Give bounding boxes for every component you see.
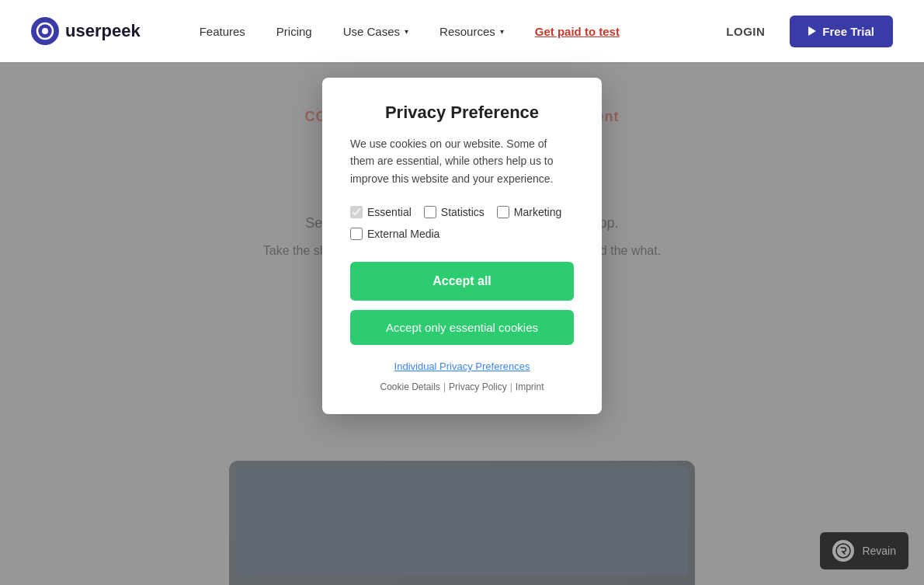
imprint-link[interactable]: Imprint	[516, 381, 544, 392]
individual-prefs-link[interactable]: Individual Privacy Preferences	[350, 360, 574, 372]
checkboxes-row-1: Essential Statistics Marketing	[350, 206, 574, 218]
logo[interactable]: userpeek	[31, 17, 141, 45]
external-media-checkbox[interactable]	[350, 228, 363, 240]
nav-features[interactable]: Features	[187, 19, 258, 44]
navbar: userpeek Features Pricing Use Cases ▾ Re…	[0, 0, 924, 62]
separator-1: |	[443, 381, 446, 392]
nav-right: LOGIN Free Trial	[714, 16, 893, 47]
modal-title: Privacy Preference	[350, 103, 574, 123]
nav-use-cases[interactable]: Use Cases ▾	[331, 19, 421, 44]
privacy-policy-link[interactable]: Privacy Policy	[449, 381, 507, 392]
logo-text: userpeek	[65, 21, 141, 41]
statistics-label: Statistics	[441, 206, 485, 218]
statistics-checkbox-label[interactable]: Statistics	[424, 206, 485, 218]
external-media-label: External Media	[367, 228, 439, 240]
essential-checkbox[interactable]	[350, 206, 363, 218]
separator-2: |	[510, 381, 512, 392]
nav-links: Features Pricing Use Cases ▾ Resources ▾…	[187, 19, 714, 44]
play-icon	[808, 26, 816, 36]
privacy-modal: Privacy Preference We use cookies on our…	[322, 78, 602, 414]
svg-point-2	[42, 28, 48, 34]
nav-resources[interactable]: Resources ▾	[427, 19, 516, 44]
nav-pricing[interactable]: Pricing	[264, 19, 325, 44]
nav-get-paid[interactable]: Get paid to test	[523, 19, 632, 44]
chevron-down-icon: ▾	[405, 27, 408, 36]
external-media-checkbox-label[interactable]: External Media	[350, 228, 439, 240]
chevron-down-icon: ▾	[500, 27, 504, 36]
essential-label: Essential	[367, 206, 412, 218]
marketing-checkbox-label[interactable]: Marketing	[497, 206, 561, 218]
footer-links: Cookie Details | Privacy Policy | Imprin…	[350, 381, 574, 392]
marketing-checkbox[interactable]	[497, 206, 509, 218]
cookie-details-link[interactable]: Cookie Details	[380, 381, 440, 392]
free-trial-button[interactable]: Free Trial	[790, 16, 893, 47]
page-content: COMING SOON - Currently In Development U…	[0, 62, 924, 585]
marketing-label: Marketing	[514, 206, 561, 218]
modal-overlay: Privacy Preference We use cookies on our…	[0, 62, 924, 585]
accept-essential-button[interactable]: Accept only essential cookies	[350, 310, 574, 345]
statistics-checkbox[interactable]	[424, 206, 436, 218]
accept-all-button[interactable]: Accept all	[350, 262, 574, 301]
login-button[interactable]: LOGIN	[714, 19, 777, 44]
checkboxes-row-2: External Media	[350, 228, 574, 240]
modal-description: We use cookies on our website. Some of t…	[350, 135, 574, 187]
essential-checkbox-label[interactable]: Essential	[350, 206, 412, 218]
